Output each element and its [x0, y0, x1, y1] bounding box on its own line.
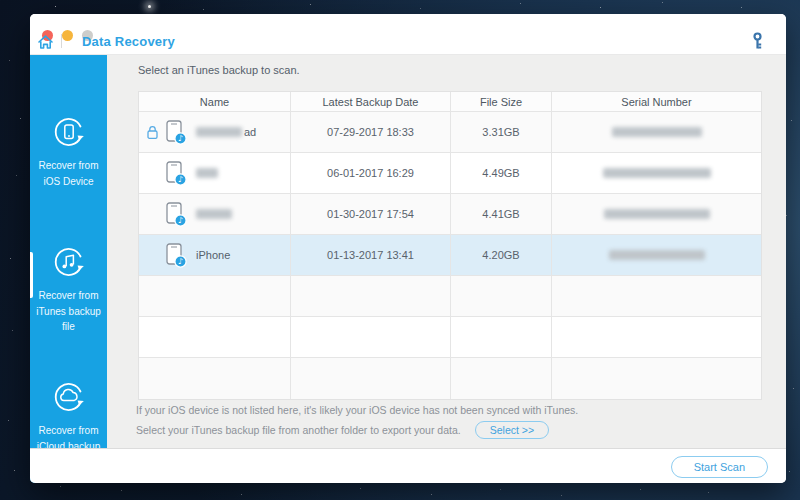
- home-icon[interactable]: [37, 34, 54, 50]
- key-icon[interactable]: [751, 32, 764, 50]
- empty-table-row: [139, 276, 761, 317]
- backup-date: 01-13-2017 13:41: [291, 235, 451, 275]
- blurred-serial-number: [603, 168, 711, 178]
- blurred-device-name: [196, 168, 218, 178]
- blurred-device-name: [196, 127, 242, 137]
- table-row[interactable]: ♪ 06-01-2017 16:29 4.49GB: [139, 153, 761, 194]
- svg-text:♪: ♪: [178, 175, 183, 184]
- column-header-date: Latest Backup Date: [291, 92, 451, 111]
- backup-date: 01-30-2017 17:54: [291, 194, 451, 234]
- page-title: Data Recovery: [82, 34, 175, 49]
- device-icon: ♪: [163, 200, 188, 228]
- column-header-size: File Size: [451, 92, 552, 111]
- backup-date: 06-01-2017 16:29: [291, 153, 451, 193]
- table-row-selected[interactable]: ♪ iPhone 01-13-2017 13:41 4.20GB: [139, 235, 761, 276]
- svg-text:♪: ♪: [178, 134, 183, 143]
- main-content: Select an iTunes backup to scan. Name La…: [107, 55, 786, 448]
- device-icon: ♪: [163, 241, 188, 269]
- bright-star: [148, 5, 151, 8]
- file-size: 3.31GB: [451, 112, 552, 152]
- backup-date: 07-29-2017 18:33: [291, 112, 451, 152]
- note-line-1: If your iOS device is not listed here, i…: [136, 404, 578, 416]
- device-name: ad: [244, 126, 256, 138]
- column-header-serial: Serial Number: [552, 92, 761, 111]
- footer-bar: Start Scan: [30, 448, 786, 483]
- select-folder-button[interactable]: Select >>: [475, 421, 549, 439]
- empty-table-row: [139, 358, 761, 399]
- device-icon: ♪: [163, 159, 188, 187]
- blurred-serial-number: [612, 127, 702, 137]
- file-size: 4.20GB: [451, 235, 552, 275]
- empty-table-row: [139, 317, 761, 358]
- titlebar: Data Recovery: [30, 14, 786, 55]
- app-window: Data Recovery Recover from iOS Device: [30, 14, 786, 483]
- file-size: 4.41GB: [451, 194, 552, 234]
- device-name: iPhone: [196, 249, 230, 261]
- note-line-2: Select your iTunes backup file from anot…: [136, 424, 461, 436]
- table-row[interactable]: ♪ ad 07-29-2017 18:33 3.31GB: [139, 112, 761, 153]
- ios-device-recover-icon: [49, 112, 89, 152]
- sidebar-item-recover-ios-device[interactable]: Recover from iOS Device: [30, 112, 107, 189]
- blurred-serial-number: [609, 250, 705, 260]
- sidebar-item-label: Recover from iOS Device: [30, 158, 107, 189]
- column-header-name: Name: [139, 92, 291, 111]
- starfield: [0, 0, 1, 1]
- titlebar-separator: [61, 34, 62, 48]
- sidebar-item-label: Recover from iTunes backup file: [30, 288, 107, 335]
- blurred-device-name: [196, 209, 232, 219]
- blurred-serial-number: [604, 209, 710, 219]
- device-icon: ♪: [163, 118, 188, 146]
- file-size: 4.49GB: [451, 153, 552, 193]
- note-line-2-row: Select your iTunes backup file from anot…: [136, 421, 549, 439]
- start-scan-button[interactable]: Start Scan: [671, 456, 768, 478]
- minimize-window-button[interactable]: [62, 30, 73, 41]
- table-header-row: Name Latest Backup Date File Size Serial…: [139, 92, 761, 112]
- backup-table: Name Latest Backup Date File Size Serial…: [138, 91, 762, 400]
- table-row[interactable]: ♪ 01-30-2017 17:54 4.41GB: [139, 194, 761, 235]
- sidebar-item-recover-itunes-backup[interactable]: Recover from iTunes backup file: [30, 242, 107, 335]
- sidebar: Recover from iOS Device Recover from iTu…: [30, 55, 107, 483]
- svg-text:♪: ♪: [178, 257, 183, 266]
- lock-icon: [146, 125, 159, 140]
- itunes-recover-icon: [49, 242, 89, 282]
- page-heading: Select an iTunes backup to scan.: [138, 64, 300, 76]
- svg-text:♪: ♪: [178, 216, 183, 225]
- icloud-recover-icon: [49, 377, 89, 417]
